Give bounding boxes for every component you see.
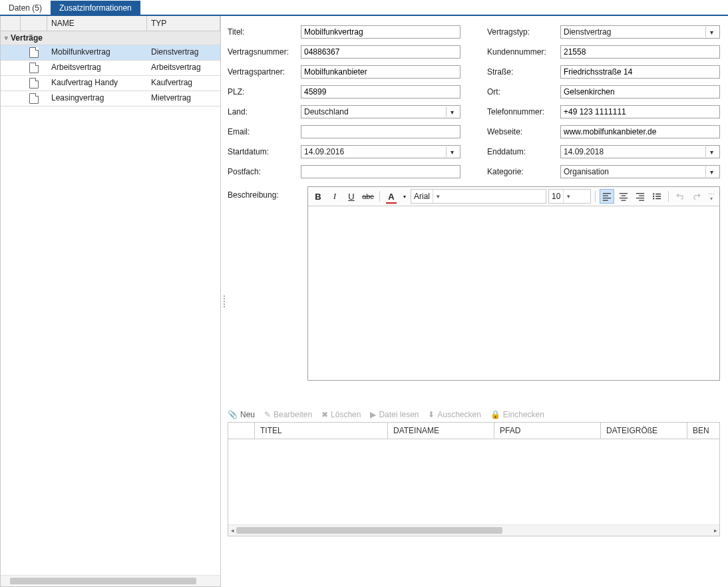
main-layout: NAME TYP ▿ Verträge MobilfunkvertragDien…: [0, 16, 728, 587]
scroll-left-arrow[interactable]: ◂: [228, 527, 236, 534]
row-name: Kaufvertrag Handy: [47, 76, 147, 91]
font-size-select[interactable]: 10 ▾: [548, 189, 591, 204]
font-family-value: Arial: [414, 192, 430, 201]
contracts-grid-body: ▿ Verträge MobilfunkvertragDienstvertrag…: [1, 31, 220, 575]
date-startdatum[interactable]: 14.09.2016 ▾: [301, 145, 460, 158]
toolbar-separator: [379, 191, 380, 202]
strikethrough-button[interactable]: abc: [361, 189, 375, 204]
svg-point-0: [653, 193, 654, 194]
undo-button[interactable]: [673, 189, 687, 204]
chevron-down-icon: ▾: [446, 106, 457, 117]
input-plz[interactable]: [301, 85, 460, 98]
toolbar-overflow-button[interactable]: ⋯▾: [706, 189, 717, 204]
download-icon: ⬇: [428, 410, 435, 419]
tab-zusatzinformationen[interactable]: Zusatzinformationen: [51, 1, 140, 15]
paperclip-icon: 📎: [228, 410, 238, 419]
label-webseite: Webseite:: [487, 127, 560, 136]
header-name[interactable]: NAME: [47, 16, 147, 31]
description-section: Beschreibung: B I U abc A ▾ Arial ▾ 10: [228, 186, 720, 381]
font-color-button[interactable]: A: [384, 189, 399, 204]
input-kundennummer[interactable]: [560, 45, 720, 59]
group-row-vertraege[interactable]: ▿ Verträge: [1, 31, 220, 45]
header-typ[interactable]: TYP: [147, 16, 220, 31]
input-strasse[interactable]: [560, 65, 720, 79]
chevron-down-icon: ▾: [563, 190, 573, 203]
table-row[interactable]: MobilfunkvertragDienstvertrag: [1, 45, 220, 61]
table-row[interactable]: Kaufvertrag HandyKaufvertrag: [1, 76, 220, 91]
input-ort[interactable]: [560, 85, 720, 98]
lock-icon: 🔒: [490, 410, 500, 419]
scroll-track[interactable]: [236, 527, 711, 534]
date-enddatum-value: 14.09.2018: [564, 147, 604, 156]
input-postfach[interactable]: [301, 165, 460, 178]
scroll-thumb[interactable]: [10, 578, 196, 584]
editor-textarea[interactable]: [308, 206, 719, 380]
align-right-button[interactable]: [633, 189, 647, 204]
input-webseite[interactable]: [560, 125, 720, 138]
attach-header-ben[interactable]: BEN: [687, 423, 719, 439]
scroll-thumb[interactable]: [236, 527, 502, 534]
align-left-button[interactable]: [600, 189, 614, 204]
select-kategorie-value: Organisation: [564, 167, 609, 176]
contracts-horizontal-scrollbar[interactable]: [1, 575, 220, 586]
edit-attachment-button[interactable]: ✎ Bearbeiten: [264, 410, 312, 419]
svg-point-1: [653, 196, 654, 197]
attach-header-pfad[interactable]: PFAD: [494, 423, 601, 439]
label-ort: Ort:: [487, 87, 560, 97]
bold-button[interactable]: B: [311, 189, 325, 204]
delete-attachment-button[interactable]: ✖ Löschen: [321, 410, 361, 419]
input-vertragsnummer[interactable]: [301, 45, 460, 59]
rich-text-editor: B I U abc A ▾ Arial ▾ 10 ▾: [307, 186, 720, 381]
row-typ: Dienstvertrag: [147, 45, 220, 60]
input-email[interactable]: [301, 125, 460, 138]
row-name: Mobilfunkvertrag: [47, 45, 147, 60]
collapse-icon: ▿: [5, 35, 8, 41]
redo-button[interactable]: [689, 189, 704, 204]
x-icon: ✖: [321, 410, 328, 419]
checkout-button[interactable]: ⬇ Auschecken: [428, 410, 480, 419]
attach-header-titel[interactable]: TITEL: [255, 423, 388, 439]
font-size-value: 10: [552, 192, 560, 201]
input-vertragspartner[interactable]: [301, 65, 460, 79]
panel-splitter[interactable]: [221, 16, 228, 587]
svg-point-2: [653, 198, 654, 199]
row-name: Arbeitsvertrag: [47, 61, 147, 75]
scroll-right-arrow[interactable]: ▸: [711, 527, 719, 534]
select-vertragstyp[interactable]: Dienstvertrag ▾: [560, 25, 720, 39]
checkin-button[interactable]: 🔒 Einchecken: [490, 410, 544, 419]
new-label: Neu: [240, 410, 255, 419]
select-kategorie[interactable]: Organisation ▾: [560, 165, 720, 178]
date-startdatum-value: 14.09.2016: [304, 147, 344, 156]
header-spacer-1: [1, 16, 21, 31]
align-center-button[interactable]: [616, 189, 631, 204]
label-email: Email:: [228, 127, 301, 136]
font-color-dropdown[interactable]: ▾: [401, 189, 409, 204]
date-enddatum[interactable]: 14.09.2018 ▾: [560, 145, 720, 158]
read-file-label: Datei lesen: [379, 410, 419, 419]
attach-header-icon[interactable]: [228, 423, 255, 439]
read-file-button[interactable]: ▶ Datei lesen: [370, 410, 419, 419]
attach-header-dateigroesse[interactable]: DATEIGRÖßE: [601, 423, 687, 439]
input-telefon[interactable]: [560, 105, 720, 118]
attach-header-dateiname[interactable]: DATEINAME: [388, 423, 494, 439]
italic-button[interactable]: I: [327, 189, 342, 204]
document-icon: [21, 45, 47, 60]
underline-button[interactable]: U: [344, 189, 359, 204]
label-enddatum: Enddatum:: [487, 147, 560, 156]
bullet-list-button[interactable]: [649, 189, 664, 204]
table-row[interactable]: ArbeitsvertragArbeitsvertrag: [1, 61, 220, 76]
row-spacer: [1, 76, 21, 91]
delete-label: Löschen: [331, 410, 361, 419]
attachments-horizontal-scrollbar[interactable]: ◂ ▸: [228, 524, 719, 536]
tab-daten[interactable]: Daten (5): [0, 1, 51, 15]
row-spacer: [1, 45, 21, 60]
new-attachment-button[interactable]: 📎 Neu: [228, 410, 255, 419]
row-name: Leasingvertrag: [47, 91, 147, 106]
details-panel: Titel: Vertragstyp: Dienstvertrag ▾ Vert…: [228, 16, 728, 587]
input-titel[interactable]: [301, 25, 460, 39]
select-land[interactable]: Deutschland ▾: [301, 105, 460, 118]
table-row[interactable]: LeasingvertragMietvertrag: [1, 91, 220, 106]
row-spacer: [1, 91, 21, 106]
toolbar-separator: [668, 191, 669, 202]
font-family-select[interactable]: Arial ▾: [411, 189, 546, 204]
